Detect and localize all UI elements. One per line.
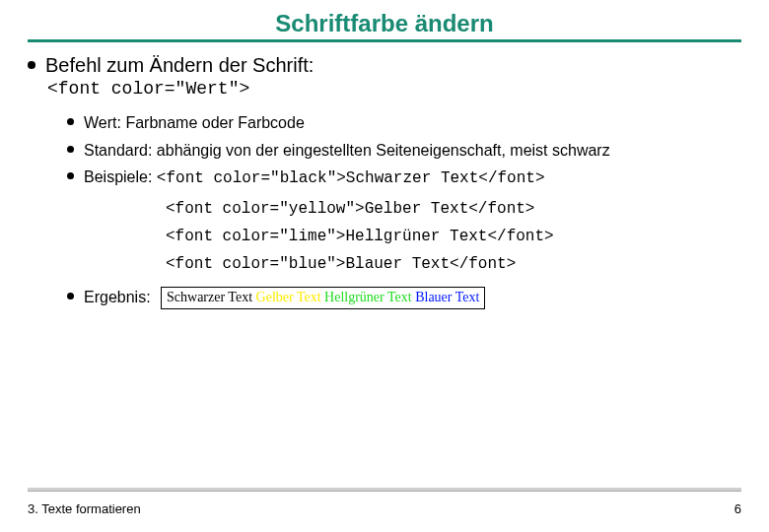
ergebnis-row: Ergebnis: Schwarzer Text Gelber Text Hel… [84,287,485,309]
ergebnis-label: Ergebnis: [84,289,151,305]
bullet-icon [67,146,74,153]
heading-text: Befehl zum Ändern der Schrift: [45,54,314,77]
bullet-wert: Wert: Farbname oder Farbcode [67,112,741,134]
slide-title: Schriftfarbe ändern [28,10,741,37]
bullet-icon [28,61,35,69]
bullet-ergebnis: Ergebnis: Schwarzer Text Gelber Text Hel… [67,287,741,309]
bullet-standard: Standard: abhängig von der eingestellten… [67,140,741,162]
beispiele-label: Beispiele: [84,168,152,185]
footer-divider [28,488,741,491]
bullet-icon [67,293,74,299]
result-box: Schwarzer Text Gelber Text Hellgrüner Te… [161,287,485,309]
bullet-beispiele-row: Beispiele: <font color="black">Schwarzer… [84,166,545,190]
result-black: Schwarzer Text [167,290,252,304]
example-4: <font color="blue">Blauer Text</font> [166,255,741,273]
bullet-icon [67,118,74,125]
example-1: <font color="black">Schwarzer Text</font… [157,169,545,187]
title-underline [28,39,741,42]
footer-left: 3. Texte formatieren [28,501,141,516]
heading-row: Befehl zum Ändern der Schrift: [28,54,741,77]
example-3: <font color="lime">Hellgrüner Text</font… [166,228,741,245]
bullet-beispiele: Beispiele: <font color="black">Schwarzer… [67,166,741,190]
bullet-wert-text: Wert: Farbname oder Farbcode [84,112,305,134]
footer-right: 6 [734,501,741,516]
bullet-standard-text: Standard: abhängig von der eingestellten… [84,140,610,162]
result-lime: Hellgrüner Text [324,290,412,304]
example-2: <font color="yellow">Gelber Text</font> [166,200,741,218]
syntax-line: <font color="Wert"> [47,79,741,99]
bullet-icon [67,172,74,179]
slide-body: Schriftfarbe ändern Befehl zum Ändern de… [0,0,769,532]
result-blue: Blauer Text [415,290,479,304]
result-yellow: Gelber Text [256,290,321,304]
